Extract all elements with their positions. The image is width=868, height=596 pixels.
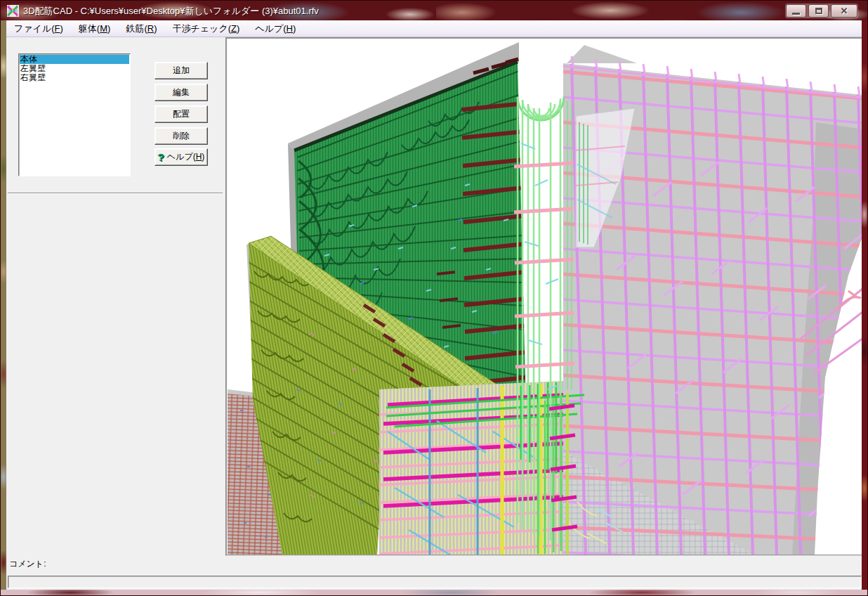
window-controls: ✕ [785,4,858,18]
menu-interference-check[interactable]: 干渉チェック(Z) [164,21,247,37]
close-icon: ✕ [841,6,848,15]
edit-button[interactable]: 編集 [154,84,208,101]
minimize-icon [792,13,800,15]
close-button[interactable]: ✕ [831,4,857,18]
comment-label: コメント: [9,558,46,570]
parts-panel: 本体 左翼壁 右翼壁 追加 編集 配置 削除 ? ヘルプ(H) [6,37,225,556]
status-bar: コメント: [6,556,863,591]
menu-bar: ファイル(F) 躯体(M) 鉄筋(R) 干渉チェック(Z) ヘルプ(H) [6,20,863,37]
client-area: 本体 左翼壁 右翼壁 追加 編集 配置 削除 ? ヘルプ(H) [6,37,863,556]
restore-icon [815,8,822,14]
panel-divider [8,193,223,194]
part-listbox[interactable]: 本体 左翼壁 右翼壁 [18,53,131,176]
comment-field[interactable] [8,576,862,588]
menu-help[interactable]: ヘルプ(H) [247,21,303,37]
minimize-button[interactable] [786,4,806,18]
help-button[interactable]: ? ヘルプ(H) [154,148,208,166]
window-border-left [1,20,6,591]
list-item-right-wing-wall[interactable]: 右翼壁 [20,73,129,82]
menu-file[interactable]: ファイル(F) [6,21,71,37]
app-icon [7,5,19,17]
app-window: 3D配筋CAD - C:¥Users¥user¥Desktop¥新しいフォルダー… [0,0,868,596]
rebar-body-pink-block [563,45,862,555]
menu-rebar[interactable]: 鉄筋(R) [118,21,164,37]
viewport-3d[interactable] [225,37,863,556]
window-title: 3D配筋CAD - C:¥Users¥user¥Desktop¥新しいフォルダー… [23,5,319,18]
title-bar[interactable]: 3D配筋CAD - C:¥Users¥user¥Desktop¥新しいフォルダー… [1,1,867,20]
window-border-right [862,20,867,591]
question-mark-icon: ? [158,152,164,162]
help-button-label: ヘルプ(H) [167,151,205,163]
place-button[interactable]: 配置 [154,105,208,123]
rebar-model-canvas [226,38,862,555]
add-button[interactable]: 追加 [154,62,208,79]
delete-button[interactable]: 削除 [154,127,208,145]
menu-body[interactable]: 躯体(M) [71,21,119,37]
window-border-bottom [1,590,867,595]
restore-button[interactable] [808,4,829,18]
